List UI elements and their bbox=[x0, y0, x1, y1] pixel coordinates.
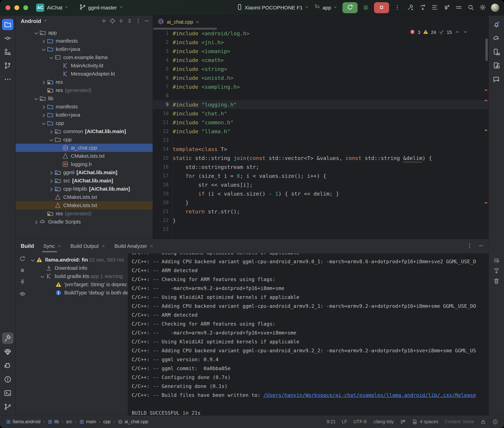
hide-button[interactable] bbox=[144, 18, 150, 25]
tree-item[interactable]: cpp bbox=[16, 119, 153, 127]
rerun-button[interactable] bbox=[342, 2, 358, 13]
tool-window-button-device-manager[interactable] bbox=[491, 46, 502, 58]
status-code-style[interactable]: .clang-tidy bbox=[373, 419, 394, 424]
status-line-separator[interactable]: LF bbox=[342, 419, 347, 424]
expand-all-button[interactable] bbox=[118, 18, 124, 25]
tree-item[interactable]: CMakeLists.txt bbox=[16, 193, 153, 201]
clear-all-button[interactable] bbox=[493, 278, 500, 285]
build-tab-build-analyzer[interactable]: Build Analyzer× bbox=[114, 239, 153, 253]
tool-window-button-structure[interactable] bbox=[2, 46, 13, 58]
tool-window-button-app-quality-insights[interactable] bbox=[2, 346, 13, 358]
tree-item[interactable]: kotlin+java bbox=[16, 45, 153, 53]
tree-item[interactable]: MainActivity.kt bbox=[16, 61, 153, 70]
build-tree-item[interactable]: Download info bbox=[29, 264, 128, 272]
status-encoding[interactable]: UTF-8 bbox=[353, 419, 367, 424]
run-options-kebab-icon[interactable] bbox=[394, 4, 401, 11]
tree-item[interactable]: cpp bbox=[16, 135, 153, 144]
branch-selector[interactable]: ggml-master bbox=[79, 4, 124, 12]
build-tab-sync[interactable]: Sync× bbox=[43, 239, 61, 253]
tree-item[interactable]: app bbox=[16, 29, 153, 37]
close-tab-icon[interactable]: × bbox=[58, 243, 61, 249]
add-button[interactable] bbox=[101, 18, 107, 25]
tree-item[interactable]: ai_chat.cpp bbox=[16, 144, 153, 152]
tree-item[interactable]: kotlin+java bbox=[16, 111, 153, 119]
tree-item[interactable]: res(generated) bbox=[16, 86, 153, 94]
error-stripe-mark[interactable] bbox=[485, 90, 487, 91]
collapse-all-button[interactable] bbox=[127, 18, 133, 25]
tree-item[interactable]: common[AiChat.lib.main] bbox=[16, 127, 153, 135]
apply-changes-button[interactable]: A bbox=[419, 4, 426, 11]
build-tree-item[interactable]: BuildType 'debug' is both de bbox=[29, 288, 128, 297]
tool-window-button-running-devices[interactable] bbox=[491, 60, 502, 71]
close-tab-icon[interactable]: × bbox=[102, 243, 105, 249]
close-tab-icon[interactable]: × bbox=[150, 243, 153, 249]
scroll-to-end-button[interactable] bbox=[493, 267, 500, 275]
profiler-button[interactable] bbox=[431, 4, 438, 11]
build-tree-item[interactable]: build.gradle.ktsapp 1 warning bbox=[29, 272, 128, 280]
code-area[interactable]: 1#include <android/log.h>2#include <jni.… bbox=[153, 28, 488, 239]
locate-file-button[interactable] bbox=[109, 18, 116, 25]
tool-window-button-build[interactable] bbox=[2, 333, 13, 344]
status-indentation[interactable]: 4 spaces bbox=[412, 419, 438, 425]
breadcrumb-item[interactable]: main bbox=[79, 419, 96, 424]
status-write-access[interactable] bbox=[480, 419, 486, 425]
tree-item[interactable]: lib bbox=[16, 94, 153, 103]
breadcrumb-item[interactable]: llama.android bbox=[6, 419, 41, 424]
tool-window-button-logcat[interactable] bbox=[2, 360, 13, 371]
device-selector[interactable]: Xiaomi POCOPHONE F1 bbox=[236, 4, 309, 12]
breadcrumb-item[interactable]: cpp bbox=[103, 419, 111, 424]
tool-window-button-version-control[interactable] bbox=[2, 401, 13, 412]
run-config-selector[interactable]: app bbox=[314, 4, 338, 12]
build-project-button[interactable] bbox=[407, 4, 414, 11]
tree-item[interactable]: CMakeLists.txt bbox=[16, 201, 153, 209]
settings-button[interactable] bbox=[479, 4, 486, 11]
tree-item[interactable]: manifests bbox=[16, 103, 153, 111]
tree-item[interactable]: manifests bbox=[16, 37, 153, 45]
status-inspections-status[interactable] bbox=[492, 419, 498, 425]
editor-tab[interactable]: ai_chat.cpp × bbox=[153, 16, 204, 28]
pin-tab-button[interactable] bbox=[19, 279, 26, 286]
tool-window-button-more-tool-windows[interactable] bbox=[2, 74, 13, 85]
close-window-button[interactable] bbox=[6, 5, 10, 10]
error-stripe-mark[interactable] bbox=[485, 202, 487, 204]
breadcrumb-item[interactable]: src bbox=[66, 419, 72, 424]
tree-item[interactable]: com.example.llama bbox=[16, 53, 153, 61]
tool-window-button-gradle[interactable] bbox=[491, 33, 502, 44]
tree-item[interactable]: res(generated) bbox=[16, 209, 153, 218]
status-caret-position[interactable]: 9:21 bbox=[327, 419, 336, 424]
debug-button[interactable] bbox=[362, 4, 369, 11]
filter-view-button[interactable] bbox=[19, 290, 26, 298]
build-tree-item[interactable]: llama.android: fin22 sec, 583 ms bbox=[29, 256, 128, 264]
tree-item[interactable]: res bbox=[16, 78, 153, 86]
tool-window-button-commit[interactable] bbox=[2, 33, 13, 44]
build-tab-build-output[interactable]: Build Output× bbox=[70, 239, 105, 253]
attach-debugger-button[interactable] bbox=[443, 4, 450, 11]
error-stripe-mark[interactable] bbox=[485, 100, 487, 101]
change-stripe-mark[interactable] bbox=[485, 130, 487, 131]
tree-item[interactable]: logging.h bbox=[16, 160, 153, 168]
zoom-window-button[interactable] bbox=[23, 5, 28, 10]
status-formatter[interactable] bbox=[400, 419, 406, 425]
soft-wrap-button[interactable] bbox=[493, 257, 500, 265]
re-sync-button[interactable] bbox=[19, 255, 26, 263]
hide-build-panel-icon[interactable] bbox=[478, 243, 484, 250]
tool-window-button-gemini[interactable] bbox=[491, 74, 502, 85]
tree-item[interactable]: Gradle Scripts bbox=[16, 218, 153, 226]
status-context[interactable]: Context: None bbox=[444, 419, 474, 424]
stop-sync-button[interactable] bbox=[19, 267, 26, 275]
tree-item[interactable]: ggml[AiChat.lib.main] bbox=[16, 168, 153, 177]
avatar[interactable] bbox=[491, 4, 499, 12]
tree-item[interactable]: CMakeLists.txt bbox=[16, 152, 153, 160]
breadcrumb-item[interactable]: lib bbox=[48, 419, 59, 424]
build-console[interactable]: C/C++: -- Using KleidiAI optimized kerne… bbox=[128, 253, 488, 415]
editor-scrollbar[interactable] bbox=[486, 38, 488, 61]
tool-window-button-notifications[interactable] bbox=[491, 19, 502, 30]
tree-item[interactable]: src[AiChat.lib.main] bbox=[16, 177, 153, 185]
search-everywhere-button[interactable] bbox=[467, 4, 474, 11]
project-view-selector[interactable]: Android bbox=[21, 18, 48, 24]
tree-item[interactable]: cpp-httplib[AiChat.lib.main] bbox=[16, 185, 153, 193]
tool-window-button-problems[interactable] bbox=[2, 374, 13, 385]
build-tree-item[interactable]: 'jvmTarget: String' is deprec bbox=[29, 280, 128, 288]
close-tab-icon[interactable]: × bbox=[196, 19, 199, 25]
project-selector[interactable]: AiChat bbox=[47, 5, 69, 11]
